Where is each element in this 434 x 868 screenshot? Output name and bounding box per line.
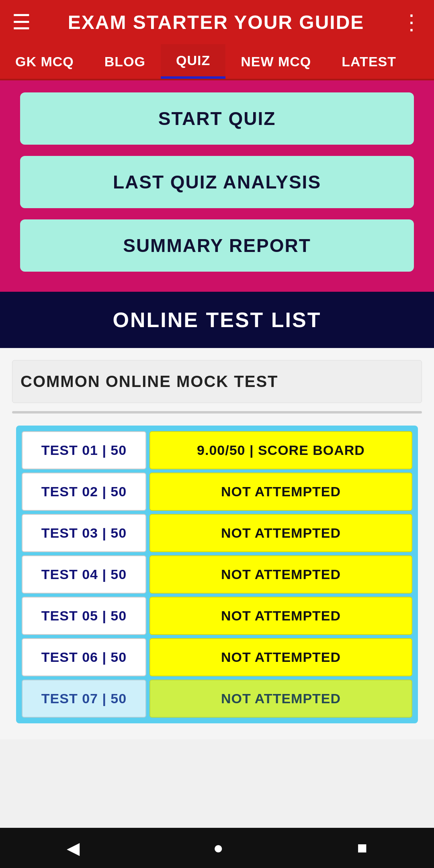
test-04-status[interactable]: NOT ATTEMPTED (149, 555, 412, 594)
quiz-buttons-section: START QUIZ LAST QUIZ ANALYSIS SUMMARY RE… (0, 80, 434, 292)
mock-test-section-title: COMMON ONLINE MOCK TEST (12, 360, 422, 403)
tab-latest[interactable]: LATEST (326, 44, 411, 79)
online-test-list-title: ONLINE TEST LIST (113, 308, 321, 332)
test-06-status[interactable]: NOT ATTEMPTED (149, 638, 412, 676)
nav-tabs: GK MCQ BLOG QUIZ NEW MCQ LATEST (0, 44, 434, 80)
bottom-navigation: ◀ ● ■ (0, 828, 434, 868)
summary-report-button[interactable]: SUMMARY REPORT (20, 219, 414, 272)
test-02-status[interactable]: NOT ATTEMPTED (149, 473, 412, 511)
test-01-status[interactable]: 9.00/50 | SCORE BOARD (149, 431, 412, 469)
table-row: TEST 01 | 50 9.00/50 | SCORE BOARD (22, 431, 412, 469)
test-05-label[interactable]: TEST 05 | 50 (22, 597, 146, 635)
test-06-label[interactable]: TEST 06 | 50 (22, 638, 146, 676)
test-03-status[interactable]: NOT ATTEMPTED (149, 514, 412, 552)
online-test-list-header: ONLINE TEST LIST (0, 292, 434, 348)
table-row: TEST 07 | 50 NOT ATTEMPTED (22, 680, 412, 718)
divider (12, 411, 422, 414)
menu-icon[interactable]: ☰ (12, 10, 31, 34)
test-07-status[interactable]: NOT ATTEMPTED (149, 680, 412, 718)
table-row: TEST 03 | 50 NOT ATTEMPTED (22, 514, 412, 552)
tab-new-mcq[interactable]: NEW MCQ (225, 44, 326, 79)
back-button[interactable]: ◀ (47, 834, 100, 862)
table-row: TEST 05 | 50 NOT ATTEMPTED (22, 597, 412, 635)
test-01-label[interactable]: TEST 01 | 50 (22, 431, 146, 469)
table-row: TEST 02 | 50 NOT ATTEMPTED (22, 473, 412, 511)
mock-test-section: COMMON ONLINE MOCK TEST TEST 01 | 50 9.0… (0, 348, 434, 739)
table-row: TEST 04 | 50 NOT ATTEMPTED (22, 555, 412, 594)
more-options-icon[interactable]: ⋮ (401, 10, 422, 34)
test-05-status[interactable]: NOT ATTEMPTED (149, 597, 412, 635)
app-header: ☰ EXAM STARTER YOUR GUIDE ⋮ (0, 0, 434, 44)
test-07-label[interactable]: TEST 07 | 50 (22, 680, 146, 718)
home-button[interactable]: ● (193, 834, 244, 862)
table-row: TEST 06 | 50 NOT ATTEMPTED (22, 638, 412, 676)
last-quiz-analysis-button[interactable]: LAST QUIZ ANALYSIS (20, 156, 414, 208)
tab-blog[interactable]: BLOG (89, 44, 161, 79)
tab-gk-mcq[interactable]: GK MCQ (0, 44, 89, 79)
test-03-label[interactable]: TEST 03 | 50 (22, 514, 146, 552)
test-02-label[interactable]: TEST 02 | 50 (22, 473, 146, 511)
start-quiz-button[interactable]: START QUIZ (20, 92, 414, 145)
test-04-label[interactable]: TEST 04 | 50 (22, 555, 146, 594)
test-table: TEST 01 | 50 9.00/50 | SCORE BOARD TEST … (16, 426, 418, 723)
app-title: EXAM STARTER YOUR GUIDE (31, 11, 401, 33)
tab-quiz[interactable]: QUIZ (161, 44, 225, 79)
recents-button[interactable]: ■ (337, 834, 387, 862)
